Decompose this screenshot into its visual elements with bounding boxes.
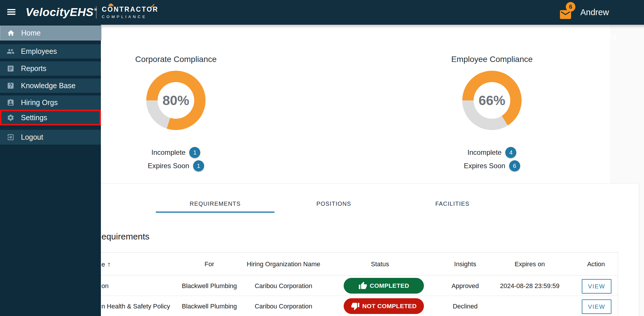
cell-hiring-org: Caribou Corporation <box>255 303 312 310</box>
requirements-heading: equirements <box>101 232 149 242</box>
sidebar-item-label: Employees <box>21 47 57 56</box>
column-header-action: Action <box>587 260 605 268</box>
app-root: VelocityEHS® CONTRACTOR ✓ COMPLIANCE 6 A… <box>0 0 644 316</box>
cell-requirement-name: n Health & Safety Policy <box>101 303 170 310</box>
status-badge-completed: COMPLETED <box>344 278 424 294</box>
column-header-for: For <box>205 260 214 268</box>
view-button[interactable]: VIEW <box>582 299 611 314</box>
corporate-compliance-title: Corporate Compliance <box>135 55 217 64</box>
expires-soon-label: Expires Soon <box>148 162 189 170</box>
sidebar-item-knowledge-base[interactable]: Knowledge Base <box>0 79 101 93</box>
cell-expires: 2024-08-28 23:59:59 <box>500 282 559 290</box>
expires-soon-label: Expires Soon <box>464 162 505 170</box>
column-header-hiring-org: Hiring Organization Name <box>247 260 320 268</box>
tab-bar: REQUIREMENTS POSITIONS FACILITIES <box>156 195 512 213</box>
incomplete-count-badge: 4 <box>505 147 516 158</box>
hamburger-menu-icon[interactable] <box>7 9 15 16</box>
incomplete-count-badge: 1 <box>189 147 200 158</box>
sidebar-item-label: Settings <box>21 113 47 122</box>
checkmark-icon: ✓ <box>150 2 156 10</box>
help-icon <box>7 82 15 90</box>
registered-mark: ® <box>94 7 97 12</box>
active-tab-indicator <box>156 212 274 213</box>
column-header-insights: Insights <box>454 260 476 268</box>
logout-icon <box>7 133 15 141</box>
people-icon <box>7 47 15 55</box>
sidebar-item-logout[interactable]: Logout <box>0 130 101 145</box>
expires-soon-count-badge: 1 <box>193 160 204 171</box>
logo-divider <box>96 6 97 19</box>
sidebar-item-label: Home <box>21 29 41 37</box>
cell-requirement-name: on <box>101 282 108 290</box>
gear-icon <box>7 114 15 122</box>
cell-hiring-org: Caribou Corporation <box>255 282 312 290</box>
badge-icon <box>7 99 15 106</box>
brand-text: VelocityEHS <box>26 6 94 18</box>
sidebar-item-label: Knowledge Base <box>21 81 76 90</box>
cell-insights: Declined <box>453 303 478 310</box>
column-header-status: Status <box>371 260 389 268</box>
employee-compliance-title: Employee Compliance <box>451 55 533 64</box>
employee-incomplete-row: Incomplete 4 <box>468 147 516 158</box>
cell-for: Blackwell Plumbing <box>182 282 237 290</box>
sidebar-item-employees[interactable]: Employees <box>0 44 101 58</box>
corporate-compliance-donut: 80% <box>146 71 206 130</box>
status-badge-not-completed: NOT COMPLETED <box>344 298 424 314</box>
corporate-expires-row: Expires Soon 1 <box>148 160 204 171</box>
sidebar-item-reports[interactable]: Reports <box>0 61 101 76</box>
corporate-incomplete-row: Incomplete 1 <box>151 147 200 158</box>
sidebar-item-label: Reports <box>21 64 47 73</box>
brand-logo: VelocityEHS® <box>26 6 97 19</box>
thumb-down-icon <box>351 302 360 310</box>
thumb-up-icon <box>358 281 367 290</box>
corporate-compliance-percent: 80% <box>158 82 194 119</box>
sidebar-item-home[interactable]: Home <box>0 26 101 40</box>
sidebar-item-hiring-orgs[interactable]: Hiring Orgs <box>0 95 101 110</box>
cell-insights: Approved <box>452 282 479 290</box>
product-line2: COMPLIANCE <box>102 15 158 19</box>
table-right-border <box>618 252 618 316</box>
hardhat-icon <box>109 3 113 6</box>
user-menu[interactable]: Andrew Mansfield <box>580 0 644 25</box>
tab-requirements[interactable]: REQUIREMENTS <box>156 195 274 213</box>
sidebar-item-settings[interactable]: Settings <box>0 111 101 124</box>
tab-positions[interactable]: POSITIONS <box>274 195 393 213</box>
incomplete-label: Incomplete <box>151 148 185 157</box>
expires-soon-count-badge: 6 <box>509 160 520 171</box>
employee-compliance-donut: 66% <box>462 71 522 130</box>
cell-for: Blackwell Plumbing <box>182 303 237 310</box>
product-logo: CONTRACTOR ✓ COMPLIANCE <box>102 6 158 19</box>
column-header-name[interactable]: e↑ <box>101 260 111 268</box>
column-header-expires: Expires on <box>515 260 545 268</box>
incomplete-label: Incomplete <box>468 148 502 157</box>
sidebar-nav: Home Employees Reports Knowledge Base Hi… <box>0 25 101 316</box>
home-icon <box>7 29 15 37</box>
notification-badge[interactable]: 6 <box>566 2 575 12</box>
view-button[interactable]: VIEW <box>582 279 611 294</box>
sort-ascending-icon: ↑ <box>107 260 111 268</box>
employee-expires-row: Expires Soon 6 <box>464 160 520 171</box>
employee-compliance-percent: 66% <box>474 82 510 119</box>
document-icon <box>7 65 15 72</box>
sidebar-item-label: Hiring Orgs <box>21 98 58 107</box>
top-app-bar: VelocityEHS® CONTRACTOR ✓ COMPLIANCE 6 A… <box>0 0 644 25</box>
sidebar-item-label: Logout <box>21 133 43 141</box>
tab-facilities[interactable]: FACILITIES <box>393 195 512 213</box>
